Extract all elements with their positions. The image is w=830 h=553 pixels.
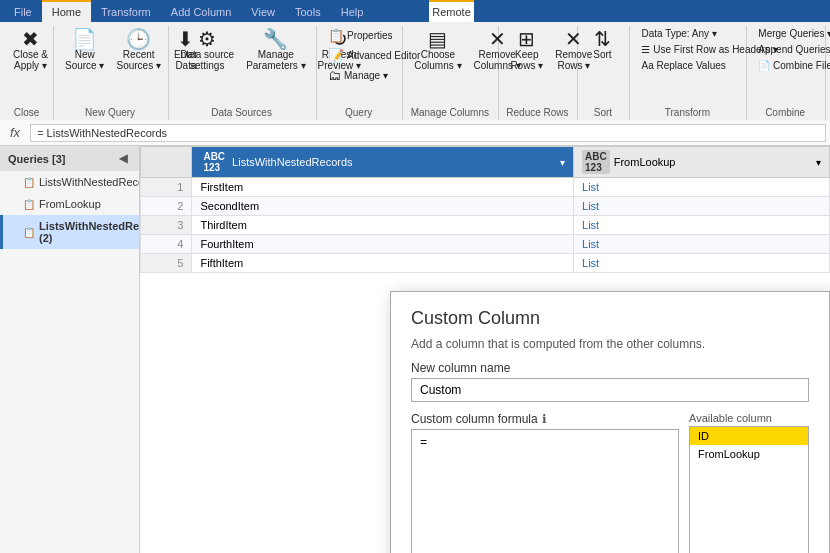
query-item-lists2[interactable]: 📋 ListsWithNestedRecords (2) xyxy=(0,215,139,249)
col1-cell: FourthItem xyxy=(192,235,574,254)
query-item-fromlookup[interactable]: 📋 FromLookup xyxy=(0,193,139,215)
row-num-cell: 4 xyxy=(141,235,192,254)
ribbon-group-transform: Data Type: Any ▾ ☰ Use First Row as Head… xyxy=(632,26,747,120)
col-type-icon-fromlookup: ABC123 xyxy=(582,150,610,174)
manage-parameters-label: ManageParameters ▾ xyxy=(246,49,305,71)
ribbon-group-sort: ⇅ Sort Sort xyxy=(580,26,630,120)
recent-sources-button[interactable]: 🕒 RecentSources ▾ xyxy=(111,26,165,74)
manage-parameters-button[interactable]: 🔧 ManageParameters ▾ xyxy=(241,26,310,74)
row-num-cell: 2 xyxy=(141,197,192,216)
new-column-name-label: New column name xyxy=(411,361,809,375)
tab-tools[interactable]: Tools xyxy=(285,2,331,22)
properties-label: Properties xyxy=(347,30,393,41)
col-header-fromlookup[interactable]: ABC123 FromLookup ▾ xyxy=(574,147,830,178)
formula-input[interactable] xyxy=(30,124,826,142)
combine-files-button[interactable]: 📄 Combine File ▾ xyxy=(753,58,830,73)
reduce-rows-group-label: Reduce Rows xyxy=(505,107,569,120)
append-queries-button[interactable]: Append Queries ▾ xyxy=(753,42,830,57)
combine-small-buttons: Merge Queries ▾ Append Queries ▾ 📄 Combi… xyxy=(753,26,830,73)
main-area: Queries [3] ◀ 📋 ListsWithNestedRecords 📋… xyxy=(0,146,830,553)
formula-textarea[interactable]: = xyxy=(411,429,679,553)
transform-group-label: Transform xyxy=(636,107,738,120)
row-num-header xyxy=(141,147,192,178)
col2-cell[interactable]: List xyxy=(574,178,830,197)
col-dropdown-lists[interactable]: ▾ xyxy=(560,157,565,168)
avail-item-fromlookup[interactable]: FromLookup xyxy=(690,445,808,463)
formula-bar: fx xyxy=(0,120,830,146)
query-item-lists[interactable]: 📋 ListsWithNestedRecords xyxy=(0,171,139,193)
tab-file[interactable]: File xyxy=(4,2,42,22)
close-apply-button[interactable]: ✖ Close &Apply ▾ xyxy=(8,26,53,74)
tab-help[interactable]: Help xyxy=(331,2,374,22)
query-icon-fromlookup: 📋 xyxy=(23,199,35,210)
combine-group-label: Combine xyxy=(753,107,817,120)
col2-cell[interactable]: List xyxy=(574,254,830,273)
data-table: ABC123 ListsWithNestedRecords ▾ ABC123 F… xyxy=(140,146,830,273)
new-column-name-row: New column name xyxy=(411,361,809,402)
col1-cell: FifthItem xyxy=(192,254,574,273)
queries-panel: Queries [3] ◀ 📋 ListsWithNestedRecords 📋… xyxy=(0,146,140,553)
manage-icon: 🗂 xyxy=(328,68,341,83)
formula-label: Custom column formula xyxy=(411,412,538,426)
data-source-settings-button[interactable]: ⚙ Data sourcesettings xyxy=(175,26,239,74)
queries-collapse-button[interactable]: ◀ xyxy=(115,150,131,167)
row-num-cell: 1 xyxy=(141,178,192,197)
new-query-group-label: New Query xyxy=(60,107,160,120)
col2-cell[interactable]: List xyxy=(574,235,830,254)
table-row: 3 ThirdItem List xyxy=(141,216,830,235)
dialog-title: Custom Column xyxy=(391,292,829,337)
manage-columns-group-label: Manage Columns xyxy=(409,107,490,120)
col2-cell[interactable]: List xyxy=(574,197,830,216)
choose-columns-button[interactable]: ▤ ChooseColumns ▾ xyxy=(409,26,466,74)
tab-view[interactable]: View xyxy=(241,2,285,22)
query-item-lists-label: ListsWithNestedRecords xyxy=(39,176,139,188)
formula-info-icon: ℹ xyxy=(542,412,547,426)
queries-header-label: Queries [3] xyxy=(8,153,65,165)
ribbon-group-close: ✖ Close &Apply ▾ Close xyxy=(4,26,54,120)
merge-queries-button[interactable]: Merge Queries ▾ xyxy=(753,26,830,41)
col-type-icon-lists: ABC123 xyxy=(200,150,228,174)
tab-remote[interactable]: Remote xyxy=(429,0,474,22)
advanced-editor-icon: 📝 xyxy=(328,48,344,63)
choose-columns-label: ChooseColumns ▾ xyxy=(414,49,461,71)
col1-cell: SecondItem xyxy=(192,197,574,216)
sort-group-label: Sort xyxy=(584,107,621,120)
new-source-button[interactable]: 📄 NewSource ▾ xyxy=(60,26,109,74)
ribbon-group-combine: Merge Queries ▾ Append Queries ▾ 📄 Combi… xyxy=(749,26,826,120)
replace-values-label: Aa Replace Values xyxy=(641,60,725,71)
dialog-subtitle: Add a column that is computed from the o… xyxy=(391,337,829,361)
available-columns-list: ID FromLookup xyxy=(689,426,809,553)
queries-header: Queries [3] ◀ xyxy=(0,146,139,171)
choose-columns-icon: ▤ xyxy=(428,29,447,49)
col-header-lists-label: ListsWithNestedRecords xyxy=(232,156,352,168)
tab-home[interactable]: Home xyxy=(42,0,91,22)
properties-icon: 📋 xyxy=(328,28,344,43)
data-type-label: Data Type: Any ▾ xyxy=(641,28,716,39)
col2-cell[interactable]: List xyxy=(574,216,830,235)
ribbon-group-manage-columns: ▤ ChooseColumns ▾ ✕ RemoveColumns ▾ Mana… xyxy=(405,26,499,120)
keep-rows-button[interactable]: ⊞ KeepRows ▾ xyxy=(505,26,548,74)
ribbon-group-query: 📋 Properties 📝 Advanced Editor 🗂 Manage … xyxy=(319,26,403,120)
col-header-fromlookup-label: FromLookup xyxy=(614,156,676,168)
sort-button[interactable]: ⇅ Sort xyxy=(584,26,620,63)
col-dropdown-fromlookup[interactable]: ▾ xyxy=(816,157,821,168)
query-item-fromlookup-label: FromLookup xyxy=(39,198,101,210)
manage-parameters-icon: 🔧 xyxy=(263,29,288,49)
avail-item-id[interactable]: ID xyxy=(690,427,808,445)
new-column-name-input[interactable] xyxy=(411,378,809,402)
sort-label: Sort xyxy=(593,49,611,60)
recent-sources-icon: 🕒 xyxy=(126,29,151,49)
sort-buttons: ⇅ Sort xyxy=(584,26,620,107)
tab-add-column[interactable]: Add Column xyxy=(161,2,242,22)
col1-cell: ThirdItem xyxy=(192,216,574,235)
available-columns-label: Available column xyxy=(689,412,809,424)
col-header-listswithnestedrecords[interactable]: ABC123 ListsWithNestedRecords ▾ xyxy=(192,147,574,178)
close-group-label: Close xyxy=(8,107,45,120)
query-icon-lists: 📋 xyxy=(23,177,35,188)
tab-transform[interactable]: Transform xyxy=(91,2,161,22)
row-num-cell: 5 xyxy=(141,254,192,273)
formula-area: Custom column formula ℹ = xyxy=(411,412,679,553)
ribbon-content: ✖ Close &Apply ▾ Close 📄 NewSource ▾ 🕒 R… xyxy=(0,22,830,120)
table-row: 2 SecondItem List xyxy=(141,197,830,216)
ribbon-group-new-query: 📄 NewSource ▾ 🕒 RecentSources ▾ ⬇ EnterD… xyxy=(56,26,169,120)
